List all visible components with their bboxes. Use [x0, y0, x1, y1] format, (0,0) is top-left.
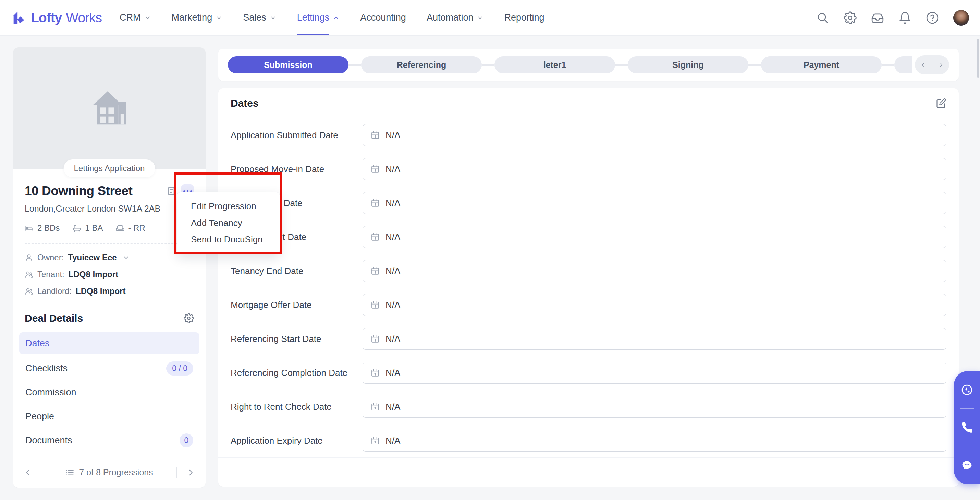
menu-marketing[interactable]: Marketing — [172, 0, 223, 35]
chevron-down-icon — [216, 14, 223, 21]
menu-label: Accounting — [360, 12, 406, 23]
date-label: Proposed Move-in Date — [231, 164, 363, 174]
phone-button[interactable] — [961, 422, 973, 434]
calendar-icon — [371, 368, 380, 378]
date-input-proposed-move-in[interactable]: N/A — [363, 158, 947, 180]
users-icon — [25, 270, 33, 279]
date-row-tenancy-start: Tenancy Start Date N/A — [218, 220, 959, 254]
menu-item-send-to-docusign[interactable]: Send to DocuSign — [177, 234, 280, 245]
step-connector — [615, 64, 628, 65]
brand-logo[interactable]: LoftyWorks — [11, 10, 102, 26]
property-address: London,Greater London SW1A 2AB — [25, 204, 194, 214]
step-referencing[interactable]: Referencing — [361, 56, 482, 73]
calendar-icon — [371, 164, 380, 174]
sidebar-item-documents[interactable]: Documents 0 — [19, 428, 199, 452]
sidebar-item-dates[interactable]: Dates — [19, 332, 199, 354]
phone-icon — [961, 422, 973, 434]
gear-icon[interactable] — [184, 313, 194, 323]
steps-scroll-left-button[interactable] — [915, 55, 932, 74]
sidebar-item-commission[interactable]: Commission — [19, 380, 199, 404]
date-label: Tenancy End Date — [231, 266, 363, 276]
steps-scroll-right-button[interactable] — [932, 55, 949, 74]
contact-value[interactable]: Tyuieew Eee — [68, 253, 116, 262]
menu-item-edit-progression[interactable]: Edit Progression — [177, 201, 280, 212]
menu-item-add-tenancy[interactable]: Add Tenancy — [177, 218, 280, 228]
menu-lettings[interactable]: Lettings — [297, 0, 340, 35]
step-payment[interactable]: Payment — [761, 56, 881, 73]
chat-button[interactable] — [961, 459, 973, 471]
menu-crm[interactable]: CRM — [119, 0, 151, 35]
bed-icon — [25, 224, 34, 233]
contact-owner: Owner: Tyuieew Eee — [25, 253, 194, 262]
copy-icon[interactable] — [166, 186, 176, 196]
date-input-referencing-start[interactable]: N/A — [363, 328, 947, 350]
step-leter1[interactable]: leter1 — [495, 56, 615, 73]
date-label: Right to Rent Check Date — [231, 402, 363, 412]
contact-value[interactable]: LDQ8 Import — [76, 286, 126, 296]
help-icon[interactable] — [926, 11, 939, 24]
ai-assistant-button[interactable] — [961, 384, 973, 396]
step-truncated[interactable] — [894, 56, 912, 73]
chevron-right-icon — [937, 61, 944, 68]
nav-icon-group — [816, 10, 969, 26]
contact-value[interactable]: LDQ8 Import — [68, 270, 118, 279]
menu-reporting[interactable]: Reporting — [504, 0, 544, 35]
pagination-status: 7 of 8 Progressions — [51, 467, 167, 478]
menu-accounting[interactable]: Accounting — [360, 0, 406, 35]
contact-tenant: Tenant: LDQ8 Import — [25, 270, 194, 279]
scrollbar-thumb[interactable] — [977, 39, 979, 78]
deal-details-nav: Dates Checklists 0 / 0 Commission People… — [19, 332, 199, 452]
contact-label: Landlord: — [37, 286, 72, 296]
date-input-application-expiry[interactable]: N/A — [363, 430, 947, 452]
date-input-mortgage-offer[interactable]: N/A — [363, 294, 947, 316]
date-input-tenancy-start[interactable]: N/A — [363, 226, 947, 248]
inbox-icon[interactable] — [871, 11, 884, 24]
sidebar-item-label: Checklists — [25, 363, 67, 374]
chevron-down-icon — [270, 14, 277, 21]
bath-icon — [72, 224, 81, 233]
chevron-down-icon[interactable] — [123, 254, 130, 261]
divider — [66, 224, 66, 233]
sidebar-item-label: People — [25, 411, 54, 422]
gear-icon[interactable] — [844, 11, 857, 24]
building-icon — [88, 87, 131, 130]
list-icon[interactable] — [65, 468, 74, 477]
divider — [42, 467, 42, 478]
sidebar-item-people[interactable]: People — [19, 404, 199, 428]
date-input-right-to-rent-check[interactable]: N/A — [363, 396, 947, 418]
search-icon[interactable] — [816, 11, 829, 24]
edit-icon[interactable] — [936, 98, 947, 109]
date-input-application-submitted[interactable]: N/A — [363, 124, 947, 146]
date-label: Referencing Completion Date — [231, 367, 363, 378]
date-value: N/A — [385, 367, 400, 378]
menu-label: Automation — [426, 12, 474, 23]
menu-automation[interactable]: Automation — [426, 0, 484, 35]
next-progression-button[interactable] — [186, 468, 195, 478]
date-input-tenancy-end[interactable]: N/A — [363, 260, 947, 282]
calendar-icon — [371, 232, 380, 242]
menu-label: Reporting — [504, 12, 544, 23]
date-input-deposit-paid[interactable]: N/A — [363, 192, 947, 214]
sidebar-item-label: Commission — [25, 387, 76, 398]
calendar-icon — [371, 436, 380, 446]
floating-contact-widget — [954, 371, 980, 484]
date-input-referencing-completion[interactable]: N/A — [363, 362, 947, 384]
context-menu: Edit Progression Add Tenancy Send to Doc… — [177, 192, 280, 254]
chevron-up-icon — [333, 14, 340, 21]
step-submission[interactable]: Submission — [228, 56, 348, 73]
date-value: N/A — [385, 300, 400, 310]
sofa-icon — [116, 224, 125, 233]
menu-sales[interactable]: Sales — [243, 0, 277, 35]
property-title-row: 10 Downing Street — [25, 184, 194, 198]
bell-icon[interactable] — [899, 11, 912, 24]
date-value: N/A — [385, 232, 400, 243]
property-card: Lettings Application 10 Downing Street L… — [13, 47, 205, 488]
spec-text: 2 BDs — [37, 223, 60, 233]
progression-steps-bar: Submission Referencing leter1 Signing Pa… — [218, 49, 959, 81]
prev-progression-button[interactable] — [23, 468, 33, 478]
date-row-tenancy-end: Tenancy End Date N/A — [218, 254, 959, 288]
user-avatar[interactable] — [953, 10, 969, 26]
date-value: N/A — [385, 436, 400, 446]
sidebar-item-checklists[interactable]: Checklists 0 / 0 — [19, 356, 199, 380]
step-signing[interactable]: Signing — [628, 56, 748, 73]
